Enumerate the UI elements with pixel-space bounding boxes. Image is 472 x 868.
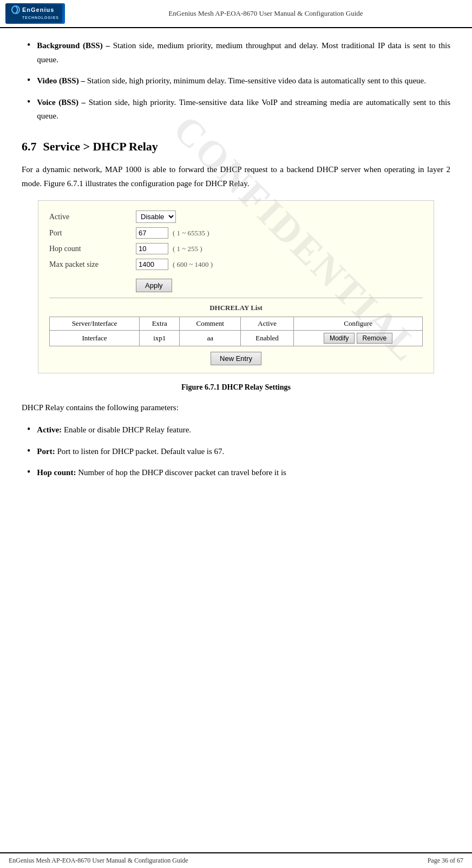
bullet-video-bss: • Video (BSS) – Station side, high prior… [22, 74, 450, 88]
figure-caption: Figure 6.7.1 DHCP Relay Settings [22, 383, 450, 392]
logo-area: EnGenius TECHNOLOGIES [5, 3, 65, 24]
col-active: Active [240, 317, 293, 331]
max-packet-label: Max packet size [49, 260, 136, 269]
bullet-section-top: • Background (BSS) – Station side, mediu… [22, 39, 450, 123]
config-box: Active Disable Enable Port ( 1 ~ 65535 )… [38, 200, 434, 373]
page-content: • Background (BSS) – Station side, mediu… [0, 28, 472, 498]
bullet-dot-3: • [27, 97, 30, 123]
active-control[interactable]: Disable Enable [136, 211, 176, 223]
active-select[interactable]: Disable Enable [136, 211, 176, 223]
port-control: ( 1 ~ 65535 ) [136, 227, 209, 239]
form-row-max-packet: Max packet size ( 600 ~ 1400 ) [49, 259, 423, 270]
bullet-content-2: Station side, high priority, minimum del… [87, 76, 426, 85]
col-extra: Extra [140, 317, 180, 331]
cell-active: Enabled [240, 331, 293, 346]
bullet-voice-bss: • Voice (BSS) – Station side, high prior… [22, 96, 450, 123]
bullet-content-3: Station side, high priority. Time-sensit… [37, 98, 450, 121]
bullet-label-1: Background (BSS) – [37, 41, 110, 50]
description-text: DHCP Relay contains the following parame… [22, 400, 450, 415]
intro-paragraph: For a dynamic network, MAP 1000 is able … [22, 162, 450, 191]
max-packet-range-hint: ( 600 ~ 1400 ) [173, 260, 213, 269]
bullet-text-1: Background (BSS) – Station side, medium … [37, 39, 450, 67]
param-text-port: Port: Port to listen for DHCP packet. De… [37, 445, 450, 459]
param-dot-1: • [27, 424, 30, 437]
svg-text:TECHNOLOGIES: TECHNOLOGIES [22, 16, 59, 19]
bullet-text-3: Voice (BSS) – Station side, high priorit… [37, 96, 450, 123]
section-title: Service > DHCP Relay [43, 140, 158, 154]
apply-button[interactable]: Apply [136, 279, 172, 292]
table-header-row: Server/Interface Extra Comment Active Co… [50, 317, 423, 331]
footer-left: EnGenius Mesh AP-EOA-8670 User Manual & … [9, 857, 188, 865]
bullet-dot-1: • [27, 40, 30, 67]
hop-count-range-hint: ( 1 ~ 255 ) [173, 245, 202, 253]
dhcrelay-table: Server/Interface Extra Comment Active Co… [49, 317, 423, 346]
new-entry-button[interactable]: New Entry [211, 352, 261, 365]
section-number: 6.7 [22, 140, 37, 154]
port-range-hint: ( 1 ~ 65535 ) [173, 229, 209, 238]
param-content-active: Enable or disable DHCP Relay feature. [64, 425, 191, 434]
hop-count-input[interactable] [136, 243, 168, 254]
bullet-dot-2: • [27, 75, 30, 88]
page-footer: EnGenius Mesh AP-EOA-8670 User Manual & … [0, 852, 472, 868]
bullet-label-2: Video (BSS) – [37, 76, 85, 85]
page-header: EnGenius TECHNOLOGIES EnGenius Mesh AP-E… [0, 0, 472, 28]
col-server-interface: Server/Interface [50, 317, 140, 331]
cell-configure: Modify Remove [294, 331, 423, 346]
dhcrelay-title: DHCRELAY List [49, 304, 423, 312]
hop-count-label: Hop count [49, 245, 136, 253]
cell-extra: ixp1 [140, 331, 180, 346]
remove-button[interactable]: Remove [357, 333, 393, 344]
cell-comment: aa [180, 331, 241, 346]
form-row-active: Active Disable Enable [49, 211, 423, 223]
param-text-hop-count: Hop count: Number of hop the DHCP discov… [37, 466, 450, 480]
param-label-port: Port: [37, 447, 55, 456]
active-label: Active [49, 213, 136, 221]
max-packet-control: ( 600 ~ 1400 ) [136, 259, 213, 270]
engenius-logo: EnGenius TECHNOLOGIES [5, 3, 65, 24]
param-text-active: Active: Enable or disable DHCP Relay fea… [37, 423, 450, 437]
bullet-text-2: Video (BSS) – Station side, high priorit… [37, 74, 450, 88]
param-label-active: Active: [37, 425, 62, 434]
modify-button[interactable]: Modify [324, 333, 355, 344]
param-content-port: Port to listen for DHCP packet. Default … [57, 447, 224, 456]
dhcrelay-section: DHCRELAY List Server/Interface Extra Com… [49, 298, 423, 365]
col-comment: Comment [180, 317, 241, 331]
port-label: Port [49, 229, 136, 238]
header-title: EnGenius Mesh AP-EOA-8670 User Manual & … [65, 9, 467, 18]
section-heading: 6.7 Service > DHCP Relay [22, 140, 450, 154]
param-hop-count: • Hop count: Number of hop the DHCP disc… [22, 466, 450, 480]
bullet-label-3: Voice (BSS) – [37, 98, 86, 107]
param-label-hop-count: Hop count: [37, 468, 76, 477]
form-row-port: Port ( 1 ~ 65535 ) [49, 227, 423, 239]
max-packet-input[interactable] [136, 259, 168, 270]
bullet-background-bss: • Background (BSS) – Station side, mediu… [22, 39, 450, 67]
param-dot-2: • [27, 446, 30, 459]
footer-right: Page 36 of 67 [428, 857, 463, 865]
param-port: • Port: Port to listen for DHCP packet. … [22, 445, 450, 459]
svg-text:EnGenius: EnGenius [22, 6, 54, 13]
param-bullets-section: • Active: Enable or disable DHCP Relay f… [22, 423, 450, 480]
port-input[interactable] [136, 227, 168, 239]
param-dot-3: • [27, 467, 30, 480]
table-row: Interface ixp1 aa Enabled Modify Remove [50, 331, 423, 346]
col-configure: Configure [294, 317, 423, 331]
param-content-hop-count: Number of hop the DHCP discover packet c… [78, 468, 286, 477]
cell-server-interface: Interface [50, 331, 140, 346]
hop-count-control: ( 1 ~ 255 ) [136, 243, 202, 254]
param-active: • Active: Enable or disable DHCP Relay f… [22, 423, 450, 437]
form-row-hop-count: Hop count ( 1 ~ 255 ) [49, 243, 423, 254]
